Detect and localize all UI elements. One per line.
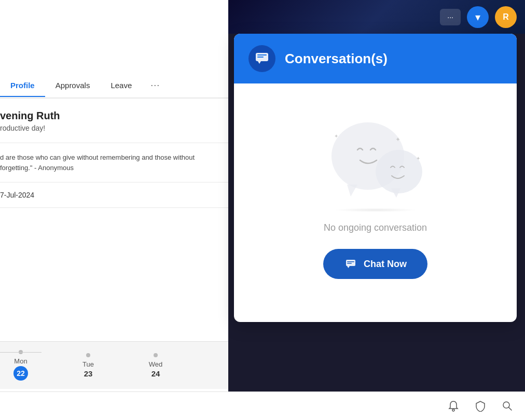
search-icon[interactable] [500,399,515,413]
cal-label-tue: Tue [82,360,94,368]
svg-line-17 [509,408,512,411]
cal-label-mon: Mon [14,357,27,365]
svg-rect-1 [257,54,267,55]
svg-rect-2 [257,57,264,58]
tab-profile[interactable]: Profile [0,75,45,96]
cal-num-tue: 23 [84,369,93,378]
greeting-name: vening Ruth [0,110,228,122]
cal-day-wed[interactable]: Wed 24 [135,353,176,378]
greeting-prefix: vening [0,110,33,121]
quote-text: d are those who can give without remembe… [0,152,228,173]
cal-dot-wed [154,353,158,357]
calendar-days: Mon 22 Tue 23 Wed 24 [0,350,228,381]
svg-point-15 [452,409,454,411]
svg-marker-14 [347,266,350,268]
svg-rect-13 [347,263,352,264]
svg-text:✦: ✦ [416,156,420,161]
svg-rect-12 [347,261,354,262]
conversation-panel: Conversation(s) ✦ ✦ [234,34,517,322]
chat-now-label: Chat Now [364,259,407,270]
bottom-bar [0,391,525,420]
greeting-name-text: Ruth [36,110,60,121]
no-conversation-text: No ongoing conversation [324,222,427,233]
avatar[interactable]: R [495,6,517,28]
illustration-shadow [334,208,417,212]
cal-num-wed: 24 [151,369,160,378]
nav-tabs: Profile Approvals Leave ··· [0,73,228,99]
greeting-sub: roductive day! [0,124,228,132]
svg-point-6 [376,150,422,193]
notification-icon[interactable] [446,399,461,413]
calendar-row: Mon 22 Tue 23 Wed 24 [0,341,228,389]
svg-marker-3 [258,61,261,64]
conversation-header: Conversation(s) [234,34,517,83]
cal-label-wed: Wed [149,360,163,368]
svg-text:✦: ✦ [334,133,338,139]
cal-day-mon[interactable]: Mon 22 [0,350,42,381]
conversation-body: ✦ ✦ ✦ No ongoing conversation [234,83,517,322]
cal-num-mon: 22 [13,366,28,381]
cal-dot-tue [86,353,90,357]
cal-line [0,352,42,353]
svg-text:✦: ✦ [395,136,400,143]
chevron-button[interactable]: ▾ [467,6,489,28]
date-section: 7-Jul-2024 [0,183,228,208]
chevron-down-icon: ▾ [475,11,480,23]
tab-approvals[interactable]: Approvals [45,75,101,96]
tab-leave[interactable]: Leave [100,75,142,96]
more-dots-button[interactable]: ··· [440,9,461,25]
chat-icon [254,50,270,67]
quote-section: d are those who can give without remembe… [0,143,228,183]
conversation-title: Conversation(s) [285,51,388,67]
date-value: 7-Jul-2024 [0,191,228,199]
svg-marker-5 [347,185,357,197]
chat-now-icon [344,257,357,271]
more-dots-icon: ··· [447,13,453,21]
chat-illustration: ✦ ✦ ✦ [319,104,433,208]
cal-day-tue[interactable]: Tue 23 [67,353,109,378]
shield-icon[interactable] [473,399,488,413]
chat-now-button[interactable]: Chat Now [323,249,427,279]
content-area: vening Ruth roductive day! d are those w… [0,100,228,208]
top-right-bar: ··· ▾ R [228,0,525,34]
nav-more-button[interactable]: ··· [142,74,168,97]
conversation-header-icon [248,45,275,72]
